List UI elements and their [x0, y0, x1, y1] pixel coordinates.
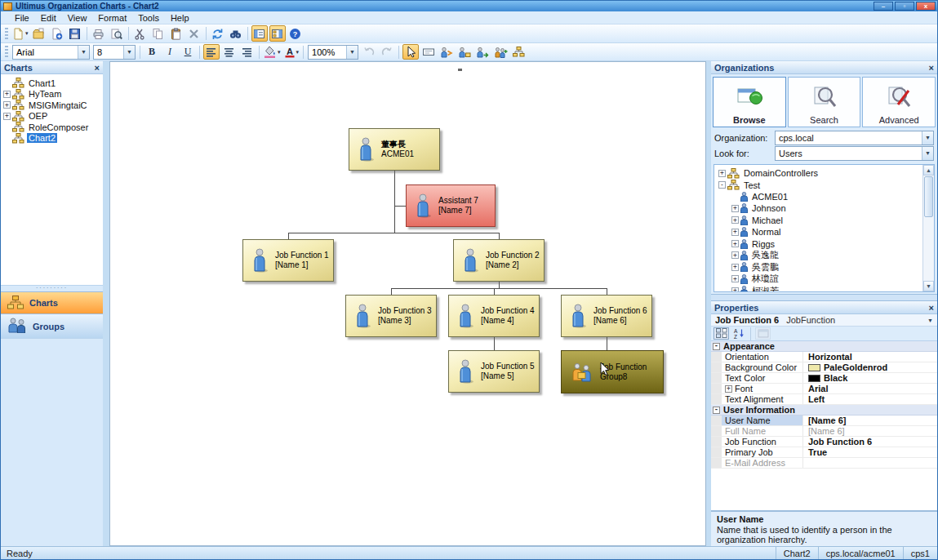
chevron-down-icon[interactable]: ▼ [78, 46, 89, 59]
nav-button-groups[interactable]: Groups [1, 313, 103, 338]
save-button[interactable] [67, 25, 83, 42]
expander-plus-icon[interactable]: + [3, 91, 11, 98]
left-splitter[interactable] [103, 61, 109, 546]
property-row-font[interactable]: +FontArial [711, 384, 937, 394]
toggle-charts-panel-button[interactable] [251, 25, 268, 42]
chevron-down-icon[interactable]: ▾ [296, 49, 300, 56]
add-person-box-button[interactable] [456, 44, 473, 60]
label-tool-button[interactable] [420, 44, 437, 60]
chevron-down-icon[interactable]: ▼ [922, 147, 933, 160]
expander-plus-icon[interactable]: + [3, 113, 11, 120]
add-group-button[interactable] [492, 44, 509, 60]
org-node-job-function-3[interactable]: Job Function 3[Name 3] [345, 295, 437, 337]
categorized-button[interactable] [714, 327, 729, 340]
expander-plus-icon[interactable]: + [725, 385, 732, 393]
select-tool-button[interactable] [402, 44, 419, 60]
scrollbar-track[interactable] [923, 218, 934, 281]
org-node-job-function-2[interactable]: Job Function 2[Name 2] [453, 239, 545, 282]
org-tree-item-johnson[interactable]: +Johnson [714, 202, 922, 214]
horizontal-splitter[interactable] [711, 294, 937, 301]
org-tree-item-柯淑芳[interactable]: +柯淑芳 [714, 285, 922, 291]
org-tree-item-domaincontrollers[interactable]: +DomainControllers [714, 167, 922, 179]
search-button[interactable]: Search [788, 77, 861, 127]
maximize-button[interactable]: ▫ [895, 2, 914, 11]
look-for-select[interactable]: Users▼ [775, 146, 934, 161]
font-color-button[interactable]: A▾ [283, 44, 300, 60]
menu-edit[interactable]: Edit [35, 12, 62, 24]
menu-view[interactable]: View [62, 12, 93, 24]
add-assistant-button[interactable] [438, 44, 455, 60]
print-preview-button[interactable] [109, 25, 125, 42]
property-row-text-color[interactable]: Text ColorBlack [711, 373, 937, 384]
underline-button[interactable]: U [180, 44, 196, 60]
property-value[interactable]: Arial [803, 384, 937, 393]
align-right-button[interactable] [239, 44, 256, 60]
expander-minus-icon[interactable]: - [713, 343, 720, 350]
minimize-button[interactable]: – [874, 2, 893, 11]
menu-tools[interactable]: Tools [132, 12, 165, 24]
panel-splitter-handle[interactable]: ········· [1, 285, 103, 291]
chevron-down-icon[interactable]: ▼ [927, 318, 933, 323]
property-section-user-information[interactable]: -User Information [711, 405, 937, 416]
chart-tree-item-chart2[interactable]: Chart2 [1, 133, 103, 144]
property-value[interactable]: Black [803, 373, 937, 383]
property-row-background-color[interactable]: Background ColorPaleGoldenrod [711, 362, 937, 373]
chevron-down-icon[interactable]: ▾ [25, 30, 29, 37]
advanced-button[interactable]: Advanced [862, 77, 936, 127]
chart-tree-item-chart1[interactable]: Chart1 [1, 78, 103, 89]
print-button[interactable] [91, 25, 107, 42]
close-button[interactable]: x [916, 2, 936, 11]
align-center-button[interactable] [221, 44, 238, 60]
chevron-down-icon[interactable]: ▼ [346, 46, 358, 59]
close-icon[interactable]: × [95, 64, 100, 72]
org-node-job-function-1[interactable]: Job Function 1[Name 1] [242, 239, 334, 282]
new-chart-button[interactable]: ▾ [11, 25, 29, 42]
org-node-job-function-5[interactable]: Job Function 5[Name 5] [448, 350, 540, 393]
nav-button-charts[interactable]: Charts [1, 291, 103, 313]
scroll-down-icon[interactable]: ▼ [923, 281, 934, 291]
menu-help[interactable]: Help [165, 12, 195, 24]
cut-button[interactable] [132, 25, 149, 42]
org-tree-item-林瓊誼[interactable]: +林瓊誼 [714, 273, 922, 285]
expander-minus-icon[interactable]: - [718, 181, 726, 189]
chevron-down-icon[interactable]: ▼ [922, 131, 933, 144]
org-tree-item-吳逸龍[interactable]: +吳逸龍 [714, 250, 922, 261]
scroll-up-icon[interactable]: ▲ [923, 165, 934, 176]
refresh-button[interactable] [210, 25, 226, 42]
menu-file[interactable]: File [9, 12, 35, 24]
org-node-chairman[interactable]: 董事長ACME01 [349, 128, 440, 171]
align-left-button[interactable] [203, 44, 220, 60]
property-value[interactable]: Horizontal [803, 352, 937, 362]
property-row-e-mail-address[interactable]: E-Mail Address [711, 458, 937, 469]
property-value[interactable]: [Name 6] [803, 426, 937, 436]
property-row-full-name[interactable]: Full Name[Name 6] [711, 426, 937, 437]
find-button[interactable] [228, 25, 244, 42]
bold-button[interactable]: B [144, 44, 160, 60]
organization-select[interactable]: cps.local▼ [775, 131, 934, 145]
expander-plus-icon[interactable]: + [731, 287, 739, 291]
expander-minus-icon[interactable]: - [713, 407, 720, 414]
properties-object-select[interactable]: Job Function 6 JobFunction ▼ [711, 314, 937, 327]
expander-plus-icon[interactable]: + [731, 205, 739, 212]
org-node-job-function-group8[interactable]: Job Function Group8 [561, 350, 664, 393]
font-size-combo[interactable]: 8▼ [93, 45, 136, 60]
scrollbar-thumb[interactable] [924, 176, 933, 217]
chevron-down-icon[interactable]: ▾ [278, 49, 281, 56]
org-node-job-function-6[interactable]: Job Function 6[Name 6] [561, 295, 652, 337]
property-row-primary-job[interactable]: Primary JobTrue [711, 447, 937, 458]
layout-chart-button[interactable] [510, 44, 527, 60]
org-tree-item-normal[interactable]: +Normal [714, 226, 922, 238]
org-tree-item-acme01[interactable]: ACME01 [714, 191, 922, 202]
expander-plus-icon[interactable]: + [718, 170, 726, 177]
org-tree-scrollbar[interactable]: ▲ ▼ [922, 165, 934, 291]
help-button[interactable]: ? [287, 25, 304, 42]
fill-color-button[interactable]: ▾ [263, 44, 282, 60]
org-tree-item-riggs[interactable]: +Riggs [714, 238, 922, 249]
browse-button[interactable]: Browse [713, 77, 786, 127]
property-row-text-alignment[interactable]: Text AlignmentLeft [711, 394, 937, 405]
org-tree-item-test[interactable]: -Test [714, 179, 922, 190]
expander-plus-icon[interactable]: + [731, 251, 739, 259]
expander-plus-icon[interactable]: + [731, 264, 739, 271]
property-value[interactable]: [Name 6] [803, 416, 937, 425]
alphabetical-sort-button[interactable]: AZ [731, 327, 746, 340]
